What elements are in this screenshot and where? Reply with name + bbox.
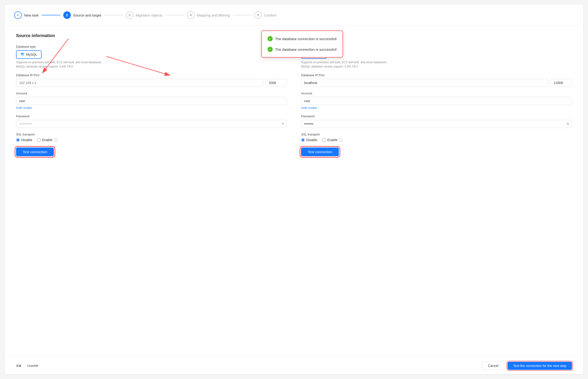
source-password-wrapper: 👁 [16,120,287,128]
notif-item-1: ✓ The database connection is successful! [268,35,337,43]
target-ip-port-row [301,79,572,87]
target-ssl-info-icon[interactable]: i [339,138,343,142]
step-4-label: Mapping and filtering [197,13,230,17]
main-content: ✓ The database connection is successful!… [5,26,583,357]
source-account-input[interactable] [16,97,287,105]
source-title: Source information [16,33,287,38]
source-ssl-enable[interactable]: Enable i [37,138,58,142]
target-password-wrapper: 👁 [301,120,572,128]
source-password-label: Password [16,114,287,118]
step-4: 4 Mapping and filtering [187,11,230,19]
source-ssl-label: SSL transport [16,133,287,136]
target-ssl-disable-label: Disable [306,138,317,142]
step-1: ✓ New task [14,11,39,19]
step-5-label: Confirm [264,13,277,17]
target-ssl-enable[interactable]: Enable i [322,138,343,142]
target-password-input[interactable] [301,120,572,128]
target-password-label: Password [301,114,572,118]
step-2: 2 Source and target [63,11,101,19]
source-mysql-icon: 🐬 [20,53,24,56]
target-account-label: Account [301,92,572,95]
source-ip-input[interactable] [16,79,263,87]
source-test-connection-button[interactable]: Test connection [16,147,54,156]
target-port-input[interactable] [551,79,572,87]
source-account-group: Account Auth scripts [16,92,287,110]
target-ip-input[interactable] [301,79,548,87]
target-ssl-disable-radio[interactable] [301,138,305,142]
cancel-button[interactable]: Cancel [482,362,504,370]
notification-popup: ✓ The database connection is successful!… [262,31,343,58]
connector-3-4 [165,15,184,15]
target-password-group: Password 👁 [301,114,572,128]
source-ssl-enable-label: Enable [42,138,53,142]
target-test-connection-button[interactable]: Test connection [301,147,339,156]
source-ip-port-group: Database IP:Port [16,73,287,87]
source-db-type-value: MySQL [26,53,37,56]
step-5: 5 Confirm [254,11,277,19]
target-ssl-group: SSL transport Disable Enable i [301,133,572,142]
source-section: Source information Database type 🐬 MySQL… [16,33,287,156]
source-db-hint: Supports on-premises self-built, ECS sel… [16,60,287,69]
brand: 沃速 Chat2DB [16,363,38,368]
source-db-hint-line2: MySQL database version support: 5.6/5.7/… [16,64,287,69]
source-ssl-radio-row: Disable Enable i [16,138,287,142]
target-account-group: Account Auth scripts [301,92,572,110]
connector-2-3 [104,15,123,15]
step-3-label: Migration objects [136,13,162,17]
target-ip-port-label: Database IP:Port [301,73,572,77]
target-db-hint-line1: Supports on-premises self-built, ECS sel… [301,60,572,64]
source-db-type-group: Database type 🐬 MySQL Supports on-premis… [16,45,287,69]
step-2-circle: 2 [63,11,71,19]
step-4-circle: 4 [187,11,194,19]
target-ssl-disable[interactable]: Disable [301,138,317,142]
source-ssl-group: SSL transport Disable Enable i [16,133,287,142]
step-3-circle: 3 [126,11,133,19]
notif-text-1: The database connection is successful! [275,37,337,41]
source-ssl-info-icon[interactable]: i [54,138,58,142]
target-db-hint: Supports on-premises self-built, ECS sel… [301,60,572,69]
connector-1-2 [42,15,61,15]
connector-4-5 [233,15,251,15]
footer-actions: Cancel Test the connection for the next … [482,362,572,370]
target-ssl-label: SSL transport [301,133,572,136]
source-ssl-disable-label: Disable [21,138,32,142]
brand-right: Chat2DB [27,364,38,367]
stepper: ✓ New task 2 Source and target 3 Migrati… [5,5,583,26]
source-account-label: Account [16,92,287,95]
step-5-circle: 5 [254,11,262,19]
source-ssl-enable-radio[interactable] [37,138,41,142]
source-port-input[interactable] [266,79,287,87]
target-ssl-enable-label: Enable [327,138,338,142]
source-password-group: Password 👁 [16,114,287,128]
notif-text-2: The database connection is successful! [275,47,337,51]
step-3: 3 Migration objects [126,11,162,19]
target-ssl-enable-radio[interactable] [322,138,326,142]
source-password-input[interactable] [16,120,287,128]
footer: 沃速 Chat2DB Cancel Test the connection fo… [5,357,583,374]
target-account-input[interactable] [301,97,572,105]
step-1-circle: ✓ [14,11,22,19]
target-auth-scripts-link[interactable]: Auth scripts [301,106,317,110]
target-ssl-radio-row: Disable Enable i [301,138,572,142]
source-eye-icon[interactable]: 👁 [281,122,285,126]
source-ssl-disable[interactable]: Disable [16,138,32,142]
target-eye-icon[interactable]: 👁 [566,122,570,126]
brand-left: 沃速 [16,364,21,368]
step-2-label: Source and target [73,13,101,17]
success-check-icon-2: ✓ [268,47,273,52]
source-db-type-button[interactable]: 🐬 MySQL [16,50,42,59]
source-db-type-label: Database type [16,45,287,48]
step-1-label: New task [24,13,39,17]
success-check-icon-1: ✓ [268,36,273,41]
brand-divider [24,363,24,368]
target-db-hint-line2: MySQL database version support: 5.6/5.7/… [301,64,572,69]
source-ssl-disable-radio[interactable] [16,138,20,142]
next-step-button[interactable]: Test the connection for the next step [508,362,572,370]
source-ip-port-label: Database IP:Port [16,73,287,77]
source-ip-port-row [16,79,287,87]
source-auth-scripts-link[interactable]: Auth scripts [16,106,32,110]
target-ip-port-group: Database IP:Port [301,73,572,87]
notif-item-2: ✓ The database connection is successful! [268,44,337,53]
source-db-hint-line1: Supports on-premises self-built, ECS sel… [16,60,287,64]
